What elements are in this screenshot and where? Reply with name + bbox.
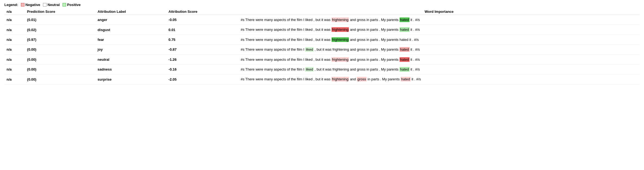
word: it . #/s <box>410 67 420 71</box>
table-row: n/a(0.01)anger-0.05#s There were many as… <box>4 15 640 25</box>
cell-pred-score: (0.00) <box>25 54 95 64</box>
word: #s There were many aspects of the film I… <box>241 28 332 32</box>
word: it . #/s <box>411 77 421 81</box>
cell-pred-score: (0.00) <box>25 45 95 54</box>
table-row: n/a(0.00)surprise-2.05#s There were many… <box>4 74 640 84</box>
word: hated <box>400 47 410 52</box>
word: #s There were many aspects of the film I… <box>241 57 332 62</box>
word: frightening <box>332 57 349 62</box>
word: gross <box>357 77 367 81</box>
word: , but it was frightening and gross in pa… <box>314 47 400 51</box>
legend: Legend: Negative Neutral Positive <box>4 3 640 7</box>
cell-na: n/a <box>4 15 25 25</box>
legend-neutral: Neutral <box>43 3 60 7</box>
cell-attr-score: -0.87 <box>166 45 239 54</box>
word: in parts . My parents <box>367 77 401 81</box>
header-word-importance: Word Importance <box>239 8 640 15</box>
word: hated <box>400 67 410 72</box>
word: liked <box>305 47 314 52</box>
word: it . #/s <box>410 47 420 51</box>
table-row: n/a(0.97)fear0.75#s There were many aspe… <box>4 35 640 44</box>
cell-attr-score: 0.75 <box>166 35 239 44</box>
header-na: n/a <box>4 8 25 15</box>
negative-box <box>21 3 24 7</box>
cell-pred-score: (0.00) <box>25 64 95 74</box>
table-row: n/a(0.00)sadness-0.16#s There were many … <box>4 64 640 74</box>
cell-word-importance: #s There were many aspects of the film I… <box>239 54 640 64</box>
cell-attr-score: -0.16 <box>166 64 239 74</box>
header-pred-score: Prediction Score <box>25 8 95 15</box>
cell-pred-score: (0.97) <box>25 35 95 44</box>
word: #s There were many aspects of the film I… <box>241 38 332 42</box>
cell-attr-label: fear <box>95 35 166 44</box>
word: and gross in parts . My parents hated it… <box>349 38 419 42</box>
legend-negative-label: Negative <box>26 3 40 7</box>
word: #s There were many aspects of the film I <box>241 67 305 71</box>
legend-negative: Negative <box>21 3 40 7</box>
cell-word-importance: #s There were many aspects of the film I… <box>239 15 640 25</box>
cell-na: n/a <box>4 25 25 35</box>
cell-attr-score: 0.01 <box>166 25 239 35</box>
cell-pred-score: (0.00) <box>25 74 95 84</box>
cell-word-importance: #s There were many aspects of the film I… <box>239 25 640 35</box>
cell-word-importance: #s There were many aspects of the film I… <box>239 45 640 54</box>
word: and gross in parts . My parents <box>349 57 400 62</box>
header-attr-label: Attribution Label <box>95 8 166 15</box>
word: frightening <box>332 27 349 32</box>
cell-na: n/a <box>4 54 25 64</box>
cell-na: n/a <box>4 64 25 74</box>
neutral-box <box>43 3 47 7</box>
word: hated <box>400 57 410 62</box>
word: #s There were many aspects of the film I <box>241 47 305 51</box>
cell-pred-score: (0.01) <box>25 15 95 25</box>
cell-attr-score: -1.26 <box>166 54 239 64</box>
word: , but it was frightening and gross in pa… <box>314 67 400 71</box>
cell-attr-label: joy <box>95 45 166 54</box>
cell-na: n/a <box>4 74 25 84</box>
word: hated <box>401 77 411 81</box>
table-row: n/a(0.02)disgust0.01#s There were many a… <box>4 25 640 35</box>
cell-na: n/a <box>4 45 25 54</box>
word: hated <box>400 27 410 32</box>
cell-attr-label: anger <box>95 15 166 25</box>
cell-pred-score: (0.02) <box>25 25 95 35</box>
word: liked <box>305 67 314 72</box>
positive-box <box>63 3 66 7</box>
attribution-table: n/a Prediction Score Attribution Label A… <box>4 8 640 84</box>
header-attr-score: Attribution Score <box>166 8 239 15</box>
cell-attr-label: sadness <box>95 64 166 74</box>
word: frightening <box>332 17 349 22</box>
word: frightening <box>332 37 349 42</box>
word: it . #/s <box>410 57 420 62</box>
word: frightening <box>332 77 349 81</box>
table-header-row: n/a Prediction Score Attribution Label A… <box>4 8 640 15</box>
cell-attr-score: -2.05 <box>166 74 239 84</box>
table-row: n/a(0.00)joy-0.87#s There were many aspe… <box>4 45 640 54</box>
legend-positive: Positive <box>63 3 81 7</box>
word: hated <box>400 17 410 22</box>
table-row: n/a(0.00)neutral-1.26#s There were many … <box>4 54 640 64</box>
word: #s There were many aspects of the film I… <box>241 18 332 22</box>
cell-attr-label: disgust <box>95 25 166 35</box>
cell-word-importance: #s There were many aspects of the film I… <box>239 74 640 84</box>
legend-neutral-label: Neutral <box>48 3 60 7</box>
word: #s There were many aspects of the film I… <box>241 77 332 81</box>
legend-label: Legend: <box>4 3 18 7</box>
cell-word-importance: #s There were many aspects of the film I… <box>239 64 640 74</box>
cell-attr-label: surprise <box>95 74 166 84</box>
word: it . #/s <box>410 18 420 22</box>
cell-attr-score: -0.05 <box>166 15 239 25</box>
word: and gross in parts . My parents <box>349 28 400 32</box>
word: and gross in parts . My parents <box>349 18 400 22</box>
cell-na: n/a <box>4 35 25 44</box>
word: and <box>349 77 357 81</box>
word: it . #/s <box>410 28 420 32</box>
cell-attr-label: neutral <box>95 54 166 64</box>
cell-word-importance: #s There were many aspects of the film I… <box>239 35 640 44</box>
legend-positive-label: Positive <box>67 3 81 7</box>
